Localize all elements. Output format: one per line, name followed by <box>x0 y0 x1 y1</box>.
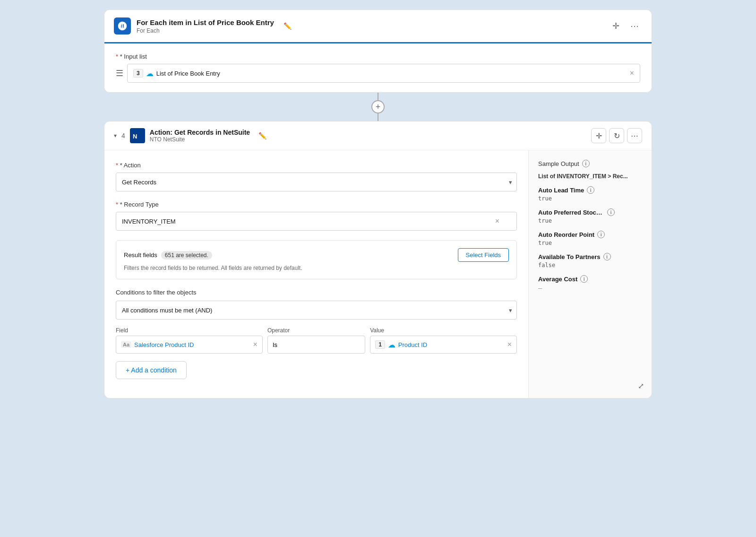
for-each-subtitle: For Each <box>137 27 274 34</box>
input-list-row: ☰ 3 ☁ List of Price Book Entry × <box>116 64 640 83</box>
for-each-title: For Each item in List of Price Book Entr… <box>137 18 274 26</box>
sample-item-value: — <box>538 284 642 292</box>
sample-item-name: Auto Preferred Stock L... <box>538 209 604 216</box>
g-icon: G <box>117 21 128 31</box>
action-text: Action: Get Records in NetSuite NTO NetS… <box>150 129 250 143</box>
value-field-name: Product ID <box>398 341 505 348</box>
salesforce-cloud-icon: ☁ <box>146 69 154 78</box>
value-col-label: Value <box>370 327 517 334</box>
record-type-label: * * Record Type <box>116 201 517 208</box>
sample-item: Auto Preferred Stock L... i true <box>538 208 642 224</box>
action-edit-pencil-icon[interactable]: ✏️ <box>258 132 266 139</box>
sample-item-value: true <box>538 195 642 202</box>
edit-pencil-icon[interactable]: ✏️ <box>284 22 292 30</box>
sample-item: Auto Reorder Point i true <box>538 231 642 246</box>
action-refresh-button[interactable]: ↻ <box>609 128 624 143</box>
value-input[interactable]: 1 ☁ Product ID × <box>370 336 517 354</box>
operator-col-label: Operator <box>267 327 365 334</box>
record-type-section: * * Record Type INVENTORY_ITEM × <box>116 201 517 231</box>
action-field-label: * * Action <box>116 162 517 169</box>
sample-item-info-icon[interactable]: i <box>597 231 605 238</box>
sample-item: Auto Lead Time i true <box>538 186 642 202</box>
svg-text:N: N <box>133 133 137 140</box>
operator-select[interactable]: Is Is Not Contains Greater Than Less Tha… <box>267 336 365 354</box>
conditions-dropdown-arrow-icon: ▾ <box>509 307 512 314</box>
action-subtitle: NTO NetSuite <box>150 136 250 143</box>
sample-item-info-icon[interactable]: i <box>580 275 588 283</box>
action-select-arrow-icon: ▾ <box>509 179 512 186</box>
add-step-button[interactable]: ✛ <box>608 18 623 34</box>
input-list-label: * * Input list <box>116 53 640 60</box>
sample-output-title: Sample Output i <box>538 160 642 167</box>
result-fields-label: Result fields <box>124 251 157 259</box>
for-each-text: For Each item in List of Price Book Entr… <box>137 18 274 34</box>
netsuite-logo: N <box>131 129 144 142</box>
action-more-button[interactable]: ⋯ <box>627 128 642 143</box>
input-list-text: List of Price Book Entry <box>156 70 220 77</box>
svg-text:G: G <box>120 24 124 29</box>
field-name-value: Salesforce Product ID <box>134 341 250 348</box>
action-add-button[interactable]: ✛ <box>591 128 606 143</box>
sample-item-info-icon[interactable]: i <box>603 253 611 260</box>
value-badge: 1 <box>375 340 385 349</box>
value-cloud-icon: ☁ <box>388 340 395 349</box>
netsuite-icon: N <box>130 128 145 143</box>
sample-item-title: Auto Reorder Point i <box>538 231 642 238</box>
record-type-input[interactable]: INVENTORY_ITEM × <box>116 212 517 231</box>
action-card: ▾ 4 N Action: Get Records in NetSuite NT… <box>104 121 652 398</box>
action-field-section: * * Action Get Records ▾ <box>116 162 517 191</box>
for-each-title-area: G For Each item in List of Price Book En… <box>114 17 292 35</box>
action-title-area: ▾ 4 N Action: Get Records in NetSuite NT… <box>114 128 266 143</box>
add-condition-button[interactable]: + Add a condition <box>116 361 187 379</box>
result-fields-desc: Filters the record fields to be returned… <box>124 265 509 271</box>
for-each-card: G For Each item in List of Price Book En… <box>104 9 652 93</box>
sample-item-info-icon[interactable]: i <box>607 208 615 216</box>
conditions-dropdown: All conditions must be met (AND) ▾ <box>116 301 517 320</box>
add-step-circle-button[interactable]: + <box>371 100 385 113</box>
action-select[interactable]: Get Records ▾ <box>116 173 517 191</box>
page-wrapper: G For Each item in List of Price Book En… <box>104 9 652 528</box>
sample-item-name: Average Cost <box>538 276 577 283</box>
for-each-header: G For Each item in List of Price Book En… <box>104 10 652 42</box>
expand-panel-button[interactable]: ⤢ <box>638 381 644 390</box>
record-type-value: INVENTORY_ITEM <box>122 218 176 225</box>
result-fields-title: Result fields 651 are selected. <box>124 251 212 260</box>
select-fields-button[interactable]: Select Fields <box>458 248 509 262</box>
operator-select-wrapper: Is Is Not Contains Greater Than Less Tha… <box>267 336 365 354</box>
sample-item-value: true <box>538 217 642 224</box>
for-each-body: * * Input list ☰ 3 ☁ List of Price Book … <box>104 43 652 92</box>
sample-item-value: false <box>538 262 642 268</box>
sample-item-name: Available To Partners <box>538 253 601 260</box>
action-title: Action: Get Records in NetSuite <box>150 129 250 136</box>
more-options-button[interactable]: ⋯ <box>627 18 642 34</box>
clear-record-type-button[interactable]: × <box>495 217 499 225</box>
selected-badge: 651 are selected. <box>161 251 212 260</box>
sample-item: Average Cost i — <box>538 275 642 292</box>
stack-icon: ☰ <box>116 68 123 78</box>
sample-item-title: Average Cost i <box>538 275 642 283</box>
sample-item-title: Auto Preferred Stock L... i <box>538 208 642 216</box>
action-right-panel: Sample Output i List of INVENTORY_ITEM >… <box>529 150 652 398</box>
value-column: Value 1 ☁ Product ID × <box>370 327 517 354</box>
collapse-arrow-icon[interactable]: ▾ <box>114 132 117 139</box>
filter-row: Field Aa Salesforce Product ID × Operato… <box>116 327 517 354</box>
sample-output-info-icon[interactable]: i <box>582 160 590 167</box>
input-list-field[interactable]: 3 ☁ List of Price Book Entry × <box>127 64 640 83</box>
sample-item-value: true <box>538 240 642 246</box>
sample-item-info-icon[interactable]: i <box>587 186 594 194</box>
clear-field-button[interactable]: × <box>253 340 258 349</box>
sample-item-title: Auto Lead Time i <box>538 186 642 194</box>
result-fields-header: Result fields 651 are selected. Select F… <box>124 248 509 262</box>
input-content: 3 ☁ List of Price Book Entry <box>133 69 220 78</box>
clear-value-button[interactable]: × <box>507 340 512 349</box>
sample-item-title: Available To Partners i <box>538 253 642 260</box>
action-select-wrapper: Get Records ▾ <box>116 173 517 191</box>
step-number: 4 <box>121 132 125 139</box>
clear-input-button[interactable]: × <box>630 69 634 78</box>
conditions-dropdown-select[interactable]: All conditions must be met (AND) ▾ <box>116 301 517 320</box>
header-actions: ✛ ⋯ <box>608 18 642 34</box>
field-column: Field Aa Salesforce Product ID × <box>116 327 263 354</box>
connector-area: + <box>104 93 652 121</box>
field-input[interactable]: Aa Salesforce Product ID × <box>116 336 263 354</box>
action-header-buttons: ✛ ↻ ⋯ <box>591 128 642 143</box>
